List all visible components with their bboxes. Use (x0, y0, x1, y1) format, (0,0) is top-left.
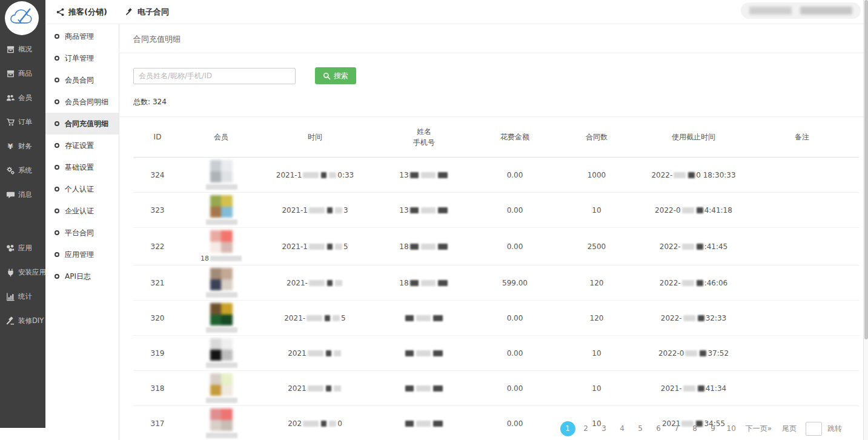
phone-redacted (410, 207, 419, 213)
vertical-scrollbar[interactable] (863, 0, 868, 440)
sidebar-item-goods[interactable]: 商品 (0, 61, 45, 85)
table-row[interactable]: 322 18 2021-15 18 0.00 2500 2022-:41:45 (133, 228, 859, 265)
sidebar-item-decorate-diy[interactable]: 装修DIY (0, 308, 45, 333)
sidebar-item-orders[interactable]: 订单 (0, 110, 45, 134)
submenu-item-api-log[interactable]: API日志 (45, 265, 119, 287)
cell-member (182, 336, 260, 371)
pagination-page[interactable]: 5 (633, 421, 648, 436)
circle-icon (55, 187, 59, 192)
messages-icon (5, 190, 15, 199)
pagination-page[interactable]: 4 (615, 421, 630, 436)
recharge-table: ID 会员 时间 姓名 手机号 花费金额 合同数 使用截止时间 备注 324 (133, 117, 859, 440)
topnav-item-label: 电子合同 (137, 7, 169, 18)
table-row[interactable]: 324 2021-10:33 13 0.00 1000 2022-0 18:30… (133, 158, 859, 193)
cell-deadline: 2021-41:34 (642, 371, 745, 406)
sidebar-item-install-apps[interactable]: 安装应用 (0, 260, 45, 284)
cell-remark (745, 301, 859, 336)
member-nickname-redacted (206, 219, 237, 225)
cell-amount: 0.00 (479, 336, 551, 371)
sidebar-item-members[interactable]: 会员 (0, 85, 45, 110)
submenu-item-goods-manage[interactable]: 商品管理 (45, 25, 119, 47)
sidebar-item-system[interactable]: 系统 (0, 158, 45, 182)
sidebar-item-label: 消息 (18, 190, 32, 199)
sidebar-item-apps[interactable]: 应用 (0, 236, 45, 260)
submenu-item-enterprise-auth[interactable]: 企业认证 (45, 200, 119, 222)
deadline-redacted (682, 207, 694, 213)
cell-id: 322 (133, 228, 182, 265)
pagination-page[interactable]: 7 (669, 421, 684, 436)
col-header-deadline: 使用截止时间 (642, 117, 745, 158)
sidebar-item-label: 概况 (18, 45, 32, 54)
submenu-item-evidence-settings[interactable]: 存证设置 (45, 135, 119, 156)
submenu-item-basic-settings[interactable]: 基础设置 (45, 156, 119, 178)
sidebar-item-overview[interactable]: 概况 (0, 37, 45, 61)
pagination-next-button[interactable]: 下一页» (742, 424, 775, 434)
pagination-page[interactable]: 10 (724, 421, 739, 436)
cell-phone: 13 (369, 193, 479, 228)
search-input[interactable] (133, 68, 296, 84)
circle-icon (55, 34, 59, 39)
submenu-item-contract-recharge-detail[interactable]: 合同充值明细 (45, 113, 119, 135)
total-value: 324 (153, 98, 167, 106)
time-redacted (303, 421, 319, 427)
member-nickname-redacted (206, 398, 237, 403)
pagination-page[interactable]: 9 (706, 421, 721, 436)
submenu-item-label: 订单管理 (65, 53, 94, 64)
pagination-page[interactable]: 1 (560, 421, 575, 436)
member-avatar (210, 303, 233, 325)
submenu-item-label: 基础设置 (65, 162, 94, 173)
system-icon (5, 166, 15, 175)
pagination-page[interactable]: 3 (597, 421, 612, 436)
topnav-item-econtract[interactable]: 电子合同 (125, 7, 169, 18)
topnav-item-distribution[interactable]: 推客(分销) (56, 7, 107, 18)
sidebar-item-finance[interactable]: ¥ 财务 (0, 134, 45, 158)
table-row[interactable]: 320 2021-5 0.00 120 2022-32:33 (133, 301, 859, 336)
scrollbar-thumb[interactable] (864, 0, 868, 339)
table-row[interactable]: 318 2021 0.00 10 2021-41:34 (133, 371, 859, 406)
submenu-item-platform-contract[interactable]: 平台合同 (45, 222, 119, 244)
sidebar-item-label: 安装应用 (18, 268, 46, 277)
circle-icon (55, 208, 59, 213)
table-row[interactable]: 319 2021 0.00 10 2022-037:52 (133, 336, 859, 371)
cell-amount: 0.00 (479, 228, 551, 265)
sidebar-item-label: 统计 (18, 292, 32, 301)
account-info[interactable] (741, 2, 861, 19)
cell-count: 120 (551, 265, 642, 301)
submenu-item-member-contract[interactable]: 会员合同 (45, 69, 119, 91)
submenu-item-order-manage[interactable]: 订单管理 (45, 47, 119, 69)
pagination-last-button[interactable]: 尾页 (778, 424, 800, 434)
cell-deadline: 2022-0 18:30:33 (642, 158, 745, 193)
cell-remark (745, 336, 859, 371)
member-avatar (210, 373, 233, 396)
cell-id: 319 (133, 336, 182, 371)
pagination-page[interactable]: 8 (687, 421, 703, 436)
search-button[interactable]: 搜索 (315, 67, 356, 84)
submenu-item-app-manage[interactable]: 应用管理 (45, 244, 119, 265)
sidebar-item-messages[interactable]: 消息 (0, 182, 45, 207)
submenu-item-member-contract-detail[interactable]: 会员合同明细 (45, 91, 119, 113)
pagination-jump-input[interactable] (806, 422, 822, 436)
total-label: 总数: (133, 98, 150, 106)
table-row[interactable]: 321 2021- 18 599.00 120 2022-:46:06 (133, 265, 859, 301)
pagination-page[interactable]: 6 (651, 421, 666, 436)
circle-icon (55, 78, 59, 82)
cell-time: 2021-15 (260, 228, 369, 265)
cell-time: 2020 (260, 406, 369, 440)
cell-time: 2021-13 (260, 193, 369, 228)
cell-count: 1000 (551, 158, 642, 193)
cell-phone (369, 371, 479, 406)
submenu-item-label: 存证设置 (65, 141, 94, 151)
sidebar-item-stats[interactable]: 统计 (0, 284, 45, 308)
cell-remark (745, 265, 859, 301)
table-row[interactable]: 323 2021-13 13 0.00 10 2022-04:41:18 (133, 193, 859, 228)
phone-redacted (410, 280, 419, 286)
cell-id: 323 (133, 193, 182, 228)
pagination-page[interactable]: 2 (578, 421, 594, 436)
submenu-item-personal-auth[interactable]: 个人认证 (45, 178, 119, 200)
cell-id: 324 (133, 158, 182, 193)
col-header-time: 时间 (260, 117, 369, 158)
col-header-id: ID (133, 117, 182, 158)
cell-amount: 0.00 (479, 193, 551, 228)
member-avatar (210, 338, 233, 361)
app-logo[interactable] (5, 1, 39, 35)
